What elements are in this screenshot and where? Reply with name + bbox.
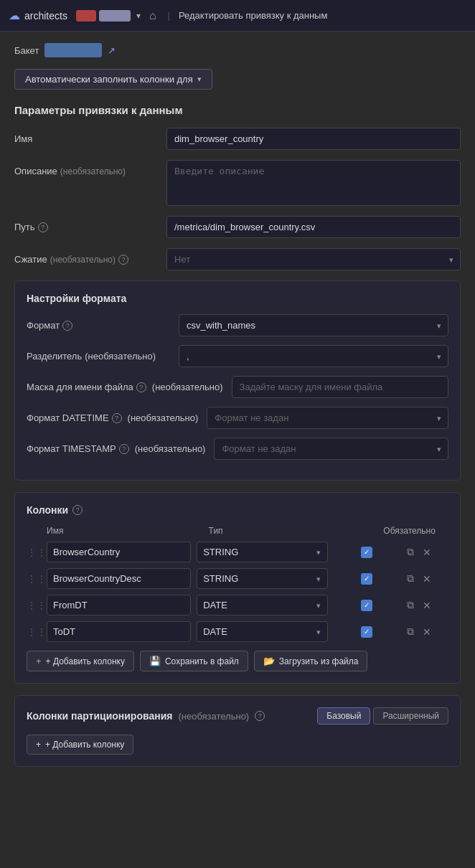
file-mask-input[interactable] [232,376,448,398]
tab-basic[interactable]: Базовый [317,707,370,725]
drag-handle-icon[interactable]: ⋮⋮ [27,547,41,558]
copy-column-button[interactable]: ⧉ [405,624,415,639]
columns-box: Колонки ? Имя Тип Обязательно ⋮⋮ STRING … [14,492,461,684]
col-actions: ⧉ ✕ [405,624,448,639]
timestamp-row: Формат TIMESTAMP ? (необязательно) Форма… [27,438,448,460]
delete-column-button[interactable]: ✕ [421,625,433,639]
copy-column-button[interactable]: ⧉ [405,598,415,613]
nav-pill-light [99,10,131,22]
name-input[interactable] [166,128,461,150]
datetime-select[interactable]: Формат не задан [207,407,448,429]
auto-fill-chevron-icon: ▾ [197,75,202,84]
timestamp-help-icon[interactable]: ? [119,444,129,454]
format-select[interactable]: csv_with_names [179,314,448,336]
description-input[interactable] [166,160,461,206]
compression-help-icon[interactable]: ? [118,255,128,265]
path-label: Путь ? [14,216,158,232]
delimiter-row: Разделитель (необязательно) , ▾ [27,345,448,367]
delimiter-select[interactable]: , [179,345,448,367]
required-checkbox[interactable] [361,626,372,638]
col-type-select[interactable]: DATE [197,595,328,615]
col-actions: ⧉ ✕ [405,571,448,586]
auto-fill-label: Автоматически заполнить колонки для [25,74,193,85]
nav-pill-red [76,10,96,22]
compression-label: Сжатие (необязательно) ? [14,248,158,265]
drag-handle-icon[interactable]: ⋮⋮ [27,573,41,585]
delimiter-label: Разделитель (необязательно) [27,345,170,362]
compression-select[interactable]: Нет [166,248,461,270]
col-name-input[interactable] [47,568,191,589]
path-input[interactable] [166,216,461,238]
col-type-wrapper: STRING ▾ [197,542,328,562]
partition-optional: (необязательно) [178,711,249,722]
col-type-select[interactable]: STRING [197,542,328,562]
datetime-help-icon[interactable]: ? [112,413,122,423]
col-type-select[interactable]: DATE [197,621,328,642]
copy-column-button[interactable]: ⧉ [405,544,415,560]
partition-title: Колонки партиционирования [27,710,172,722]
datetime-row: Формат DATETIME ? (необязательно) Формат… [27,407,448,429]
compression-optional: (необязательно) [50,255,116,265]
upload-icon: 📂 [263,656,275,666]
delete-column-button[interactable]: ✕ [421,572,433,586]
table-row: ⋮⋮ STRING ▾ ⧉ ✕ [27,542,448,562]
format-select-wrapper: csv_with_names ▾ [179,314,448,336]
add-column-button[interactable]: + + Добавить колонку [27,651,134,671]
col-type-wrapper: STRING ▾ [197,568,328,589]
bucket-value [44,43,102,57]
compression-select-wrapper: Нет ▾ [166,248,461,270]
nav-pills [76,10,131,22]
add-partition-column-button[interactable]: + + Добавить колонку [27,735,133,755]
copy-column-button[interactable]: ⧉ [405,571,415,586]
drag-handle-icon[interactable]: ⋮⋮ [27,600,41,611]
path-help-icon[interactable]: ? [38,222,48,232]
save-file-label: Сохранить в файл [165,656,239,666]
table-row: ⋮⋮ DATE ▾ ⧉ ✕ [27,621,448,642]
auto-fill-button[interactable]: Автоматически заполнить колонки для ▾ [14,69,212,90]
format-row: Формат ? csv_with_names ▾ [27,314,448,336]
nav-dropdown-chevron[interactable]: ▾ [136,11,141,21]
col-type-wrapper: DATE ▾ [197,595,328,615]
description-label: Описание (необязательно) [14,160,158,176]
brand: ☁ architects [9,9,67,22]
external-link-icon[interactable]: ↗ [108,45,116,56]
col-type-select[interactable]: STRING [197,568,328,589]
datetime-select-wrapper: Формат не задан ▾ [207,407,448,429]
col-name-input[interactable] [47,542,191,562]
format-help-icon[interactable]: ? [62,321,72,331]
file-mask-help-icon[interactable]: ? [136,382,146,392]
delete-column-button[interactable]: ✕ [421,545,433,560]
columns-help-icon[interactable]: ? [72,505,83,515]
col-actions: ⧉ ✕ [405,598,448,613]
save-to-file-button[interactable]: 💾 Сохранить в файл [140,651,248,671]
columns-actions: + + Добавить колонку 💾 Сохранить в файл … [27,651,448,671]
bucket-row: Бакет ↗ [14,43,461,57]
partition-header: Колонки партиционирования (необязательно… [27,707,448,725]
name-row: Имя [14,128,461,150]
load-from-file-button[interactable]: 📂 Загрузить из файла [254,651,368,671]
plus-icon: + [36,740,41,750]
delete-column-button[interactable]: ✕ [421,598,433,613]
required-checkbox[interactable] [361,573,372,585]
col-type-header: Тип [209,526,365,536]
compression-row: Сжатие (необязательно) ? Нет ▾ [14,248,461,270]
timestamp-select[interactable]: Формат не задан [214,438,448,460]
file-mask-row: Маска для имени файла ? (необязательно) [27,376,448,398]
col-name-input[interactable] [47,595,191,615]
required-checkbox[interactable] [361,600,372,611]
col-required-cell [334,573,400,585]
timestamp-optional: (необязательно) [135,443,206,454]
col-type-wrapper: DATE ▾ [197,621,328,642]
col-req-header: Обязательно [370,526,448,536]
description-optional: (необязательно) [60,166,126,176]
breadcrumb: Редактировать привязку к данным [179,10,327,21]
params-section-title: Параметры привязки к данным [14,104,461,116]
bucket-label: Бакет [14,45,39,56]
partition-help-icon[interactable]: ? [255,711,265,721]
col-name-input[interactable] [47,621,191,642]
required-checkbox[interactable] [361,547,372,558]
tab-advanced[interactable]: Расширенный [373,707,448,725]
home-icon[interactable]: ⌂ [149,9,156,22]
drag-handle-icon[interactable]: ⋮⋮ [27,626,41,638]
delimiter-optional: (необязательно) [85,351,156,362]
